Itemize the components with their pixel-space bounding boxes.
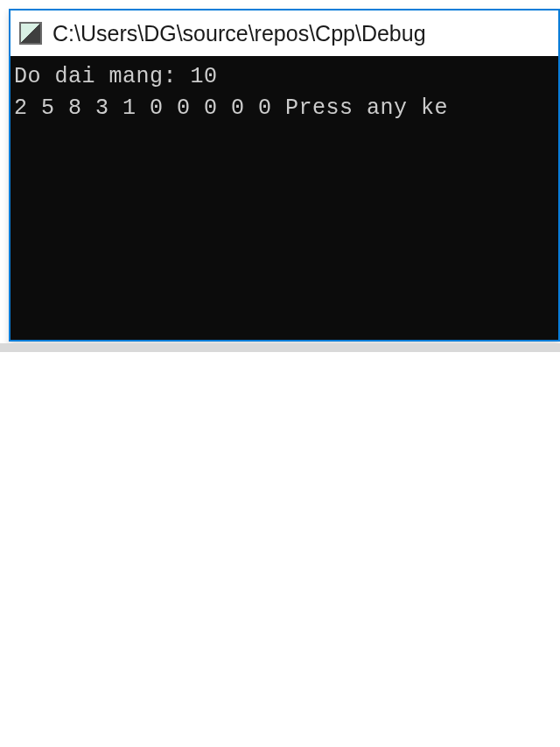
console-output[interactable]: Do dai mang: 10 2 5 8 3 1 0 0 0 0 0 Pres…	[10, 56, 558, 340]
console-line: Do dai mang: 10	[14, 64, 218, 89]
window-shadow-bar	[0, 343, 560, 352]
window-title: C:\Users\DG\source\repos\Cpp\Debug	[52, 21, 426, 46]
console-line: 2 5 8 3 1 0 0 0 0 0 Press any ke	[14, 95, 448, 121]
console-app-icon	[19, 22, 42, 45]
title-bar[interactable]: C:\Users\DG\source\repos\Cpp\Debug	[10, 11, 558, 56]
console-window: C:\Users\DG\source\repos\Cpp\Debug Do da…	[9, 9, 560, 342]
